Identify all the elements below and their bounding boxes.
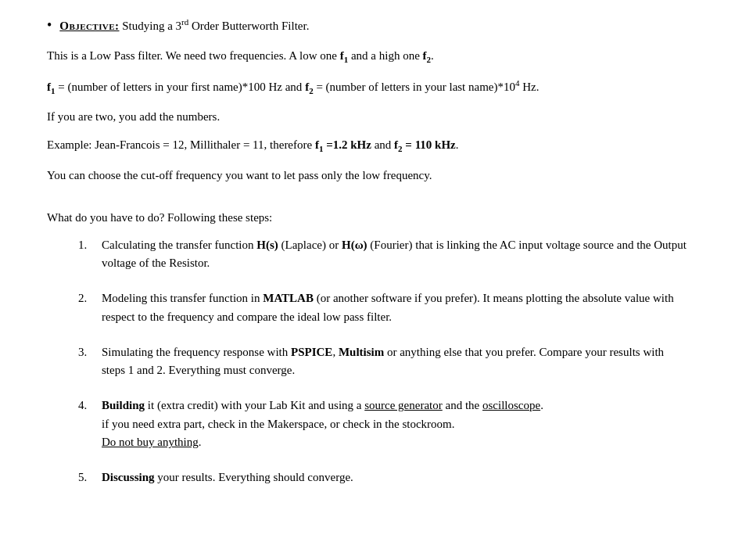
step-3: 3. Simulating the frequency response wit…: [78, 343, 688, 380]
paragraph-1: This is a Low Pass filter. We need two f…: [47, 46, 688, 67]
paragraph-3: If you are two, you add the numbers.: [47, 107, 688, 126]
step-2-content: Modeling this transfer function in MATLA…: [102, 289, 688, 326]
oscilloscope-link: oscilloscope: [482, 399, 540, 411]
spacer-1: [47, 194, 688, 208]
step-5: 5. Discussing your results. Everything s…: [78, 468, 688, 486]
do-not-buy-link: Do not buy anything: [102, 436, 199, 448]
objective-label: Objective:: [59, 20, 119, 32]
paragraph-4: Example: Jean-Francois = 12, Millithaler…: [47, 135, 688, 156]
bullet-dot: •: [47, 16, 52, 35]
step-4-content: Building it (extra credit) with your Lab…: [102, 397, 688, 451]
step-2: 2. Modeling this transfer function in MA…: [78, 289, 688, 326]
step-1: 1. Calculating the transfer function H(s…: [78, 236, 688, 273]
paragraph-6: What do you have to do? Following these …: [47, 208, 688, 227]
step-2-number: 2.: [78, 289, 102, 307]
main-content: • Objective: Studying a 3rd Order Butter…: [47, 16, 688, 486]
step-1-content: Calculating the transfer function H(s) (…: [102, 236, 688, 273]
paragraph-2: f1 = (number of letters in your first na…: [47, 77, 688, 99]
objective-text: Studying a 3rd Order Butterworth Filter.: [122, 20, 309, 32]
step-3-content: Simulating the frequency response with P…: [102, 343, 688, 380]
step-5-content: Discussing your results. Everything shou…: [102, 468, 688, 486]
step-4-number: 4.: [78, 397, 102, 415]
step-3-number: 3.: [78, 343, 102, 361]
steps-list: 1. Calculating the transfer function H(s…: [78, 236, 688, 487]
step-5-number: 5.: [78, 468, 102, 486]
step-4-bold: Building: [102, 399, 145, 411]
objective-section: • Objective: Studying a 3rd Order Butter…: [47, 16, 688, 35]
objective-line: Objective: Studying a 3rd Order Butterwo…: [59, 16, 309, 35]
source-generator-link: source generator: [364, 399, 443, 411]
step-4: 4. Building it (extra credit) with your …: [78, 397, 688, 451]
step-1-number: 1.: [78, 236, 102, 254]
paragraph-5: You can choose the cut-off frequency you…: [47, 166, 688, 185]
